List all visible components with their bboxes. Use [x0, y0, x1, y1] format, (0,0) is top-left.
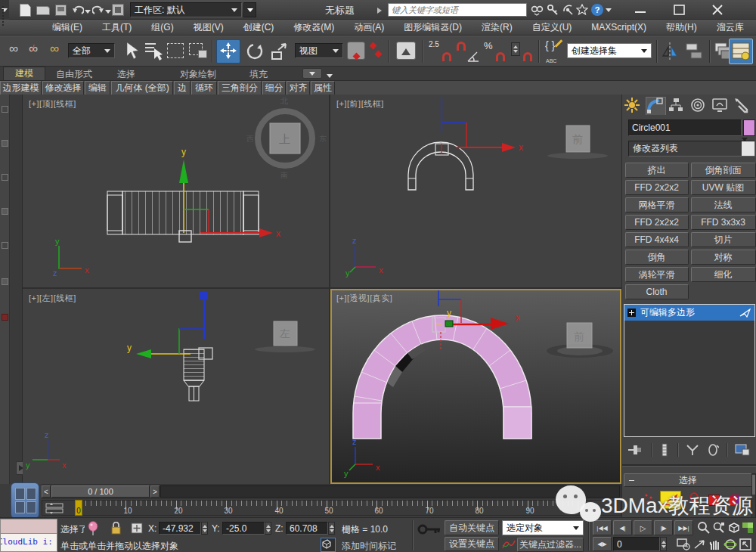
ribbon-tool-properties[interactable]: 属性 — [311, 81, 335, 95]
stack-item-editable-poly[interactable]: 可编辑多边形 — [624, 305, 754, 321]
ribbon-tab-modeling[interactable]: 建模 — [3, 67, 45, 80]
ribbon-tool-modify-selection[interactable]: 修改选择 — [42, 81, 84, 95]
select-by-name-button[interactable] — [144, 41, 163, 61]
save-file-button[interactable] — [55, 5, 67, 16]
bind-to-space-warp-icon[interactable]: ∞ — [50, 42, 59, 57]
mini-curve-editor-button[interactable] — [45, 502, 65, 515]
percent-snap-toggle-button[interactable]: % — [483, 40, 507, 63]
go-to-end-button[interactable]: ▶▶| — [674, 520, 693, 535]
rollout-scrollbar[interactable] — [751, 473, 756, 519]
modifier-slice-button[interactable]: 切片 — [691, 232, 756, 247]
x-spinner[interactable] — [201, 522, 208, 535]
selection-rollout-header[interactable]: 选择 — [624, 473, 752, 487]
make-unique-icon[interactable] — [686, 443, 699, 457]
modifier-chamfer-button[interactable]: 倒角 — [625, 250, 689, 265]
element-mode-button[interactable] — [726, 492, 744, 508]
viewport-persp-label[interactable]: [+][透视][真实] — [336, 293, 392, 304]
undo-icon[interactable] — [72, 5, 84, 16]
select-object-button[interactable] — [121, 41, 141, 61]
viewcube-front-face[interactable]: 前 — [572, 133, 583, 145]
named-selection-sets-dropdown[interactable]: 创建选择集 — [567, 43, 652, 58]
menu-edit[interactable]: 编辑(E) — [42, 21, 92, 34]
selected-object-dropdown[interactable]: 选定对象 — [502, 520, 584, 535]
viewport-layout-button[interactable] — [11, 482, 39, 519]
menu-tools[interactable]: 工具(T) — [92, 21, 141, 34]
ribbon-tab-object-paint[interactable]: 对象绘制 — [180, 68, 216, 81]
ribbon-tab-selection[interactable]: 选择 — [117, 68, 135, 81]
zoom-extents-all-icon[interactable] — [741, 521, 754, 535]
help-button[interactable]: ? — [591, 3, 614, 17]
ribbon-tab-freeform[interactable]: 自由形式 — [56, 68, 92, 81]
listener-titlebar[interactable] — [1, 519, 57, 534]
search-input[interactable] — [388, 3, 527, 17]
left-viewport-canvas[interactable]: y 左 z y x — [23, 289, 329, 484]
menu-help[interactable]: 帮助(H) — [656, 21, 707, 34]
front-viewport-canvas[interactable]: x 前 z y x — [330, 95, 621, 287]
window-crossing-toggle-button[interactable] — [189, 43, 207, 58]
ribbon-tool-align[interactable]: 对齐 — [287, 81, 310, 95]
minimize-button[interactable] — [631, 3, 650, 17]
menu-group[interactable]: 组(G) — [141, 21, 183, 34]
undo-dropdown-icon[interactable] — [85, 10, 91, 17]
menu-animation[interactable]: 动画(A) — [344, 21, 394, 34]
edit-named-selection-sets-button[interactable]: { }ABC — [544, 39, 563, 64]
zoom-extents-icon[interactable] — [727, 521, 741, 535]
modifier-turbosmooth-button[interactable]: 涡轮平滑 — [625, 267, 689, 282]
dock-icon[interactable] — [2, 140, 8, 147]
workspace-menu-button[interactable] — [243, 2, 256, 17]
vertex-mode-button[interactable] — [639, 492, 654, 507]
modifier-extrude-button[interactable]: 挤出 — [625, 163, 689, 178]
ribbon-tool-loops[interactable]: 循环 — [191, 81, 217, 95]
configure-modifier-sets-icon[interactable] — [735, 443, 751, 457]
y-spinner[interactable] — [265, 522, 271, 535]
edge-mode-button[interactable] — [660, 491, 681, 509]
dock-icon-red[interactable] — [2, 278, 8, 285]
dock-icon[interactable] — [2, 242, 8, 249]
z-coordinate-field[interactable] — [286, 522, 328, 535]
viewcube-persp-face[interactable]: 前 — [574, 330, 584, 343]
modifier-list-dropdown[interactable]: 修改器列表 — [628, 141, 755, 157]
modifier-stack-list[interactable]: 可编辑多边形 — [624, 304, 755, 437]
viewport-left-label[interactable]: [+][左][线框] — [29, 293, 76, 304]
set-keys-icon[interactable] — [417, 523, 442, 536]
angle-snap-toggle-button[interactable] — [456, 40, 480, 63]
menu-modifiers[interactable]: 修改器(M) — [284, 21, 344, 34]
menu-views[interactable]: 视图(V) — [184, 21, 234, 34]
mirror-button[interactable] — [661, 41, 680, 62]
ribbon-tool-tris[interactable]: 三角剖分 — [218, 81, 262, 95]
isolate-toggle-button[interactable] — [321, 538, 336, 552]
scrollbar-thumb[interactable] — [752, 475, 755, 495]
search-expand-button[interactable] — [376, 5, 386, 16]
dock-icon[interactable] — [2, 208, 8, 215]
modifier-ffd4x4x4-button[interactable]: FFD 4x4x4 — [625, 232, 689, 247]
y-coordinate-field[interactable] — [222, 522, 265, 535]
search-icon[interactable] — [531, 5, 544, 16]
align-button[interactable] — [685, 41, 705, 62]
new-file-button[interactable] — [20, 4, 31, 17]
modifier-ffd2x2x2b-button[interactable]: FFD 2x2x2 — [625, 215, 689, 230]
key-filters-button[interactable]: 关键点过滤器... — [517, 538, 584, 552]
selection-filter-dropdown[interactable]: 全部 — [68, 43, 115, 58]
modifier-symmetry-button[interactable]: 对称 — [691, 250, 756, 265]
key-filter-curve-icon[interactable] — [502, 538, 516, 550]
perspective-viewport-canvas[interactable]: y x 前 z y x — [332, 290, 620, 482]
keyboard-shortcut-override-button[interactable] — [396, 42, 416, 60]
show-end-result-toggle-icon[interactable] — [659, 443, 670, 457]
ribbon-tool-geometry-all[interactable]: 几何体 (全部) — [111, 81, 173, 95]
viewport-perspective[interactable]: y x 前 z y x [+][透视][真实] — [330, 289, 621, 484]
fov-button-icon[interactable] — [677, 538, 690, 551]
menu-graph-editors[interactable]: 图形编辑器(D) — [394, 21, 472, 34]
menu-rendering[interactable]: 渲染(R) — [472, 21, 522, 34]
viewcube-top-face[interactable]: 上 — [279, 132, 290, 145]
unlink-selection-icon[interactable]: ∞/ — [29, 42, 38, 57]
ribbon-tool-subdivision[interactable]: 细分 — [262, 81, 286, 95]
isolate-selection-icon[interactable] — [88, 521, 99, 536]
menu-liuyunku[interactable]: 溜云库 — [707, 21, 754, 34]
modifier-cloth-button[interactable]: Cloth — [625, 284, 689, 299]
viewport-front-label[interactable]: [+][前][线框] — [336, 98, 384, 110]
hierarchy-tab[interactable] — [668, 97, 688, 115]
maximize-button[interactable] — [670, 3, 689, 17]
motion-tab[interactable] — [689, 97, 710, 115]
time-slider-handle[interactable]: 0 / 100 — [51, 485, 150, 498]
communication-center-icon[interactable] — [562, 4, 574, 16]
